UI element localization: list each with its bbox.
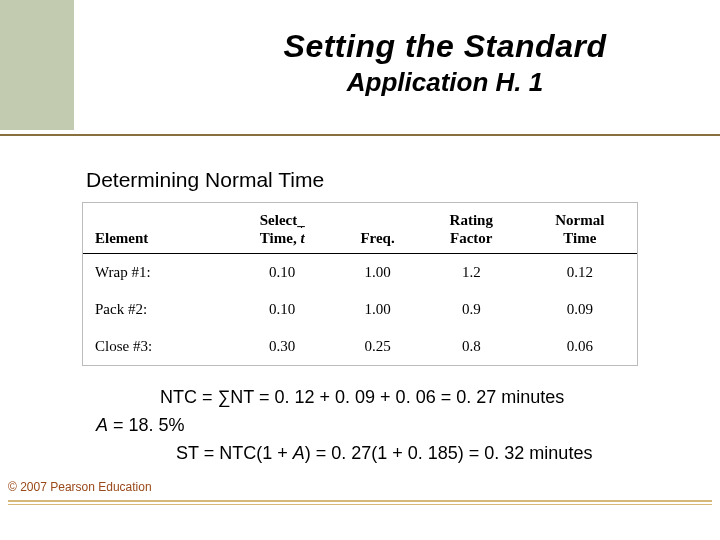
var-a-2: A <box>293 443 305 463</box>
slide-title: Setting the Standard <box>190 28 700 65</box>
copyright: © 2007 Pearson Education <box>8 480 152 494</box>
slide-subtitle: Application H. 1 <box>190 67 700 98</box>
col-select-time-l2a: Time, <box>260 230 301 246</box>
cell-element: Pack #2: <box>83 291 229 328</box>
col-select-time-l1: Select_ <box>260 212 305 228</box>
equation-st-prefix: ST = NTC(1 + <box>176 443 293 463</box>
col-rating-l2: Factor <box>450 230 492 246</box>
equation-st: ST = NTC(1 + A) = 0. 27(1 + 0. 185) = 0.… <box>176 440 592 468</box>
var-a: A <box>96 415 108 435</box>
equations-block: NTC = ∑NT = 0. 12 + 0. 09 + 0. 06 = 0. 2… <box>96 384 592 468</box>
cell-element: Wrap #1: <box>83 254 229 291</box>
col-element: Element <box>83 203 229 254</box>
cell-rating: 0.8 <box>420 328 523 365</box>
col-normal: Normal Time <box>523 203 637 254</box>
col-normal-l2: Time <box>563 230 596 246</box>
cell-normal: 0.09 <box>523 291 637 328</box>
cell-element: Close #3: <box>83 328 229 365</box>
col-freq: Freq. <box>335 203 420 254</box>
corner-accent <box>0 0 74 130</box>
divider-top <box>0 134 720 136</box>
col-rating: Rating Factor <box>420 203 523 254</box>
section-heading: Determining Normal Time <box>86 168 324 192</box>
cell-select-time: 0.10 <box>229 254 335 291</box>
equation-st-rest: ) = 0. 27(1 + 0. 185) = 0. 32 minutes <box>305 443 593 463</box>
cell-normal: 0.12 <box>523 254 637 291</box>
cell-freq: 1.00 <box>335 291 420 328</box>
cell-freq: 1.00 <box>335 254 420 291</box>
title-block: Setting the Standard Application H. 1 <box>190 28 700 98</box>
t-bar-icon: t <box>300 229 304 247</box>
table-row: Pack #2: 0.10 1.00 0.9 0.09 <box>83 291 637 328</box>
table-row: Wrap #1: 0.10 1.00 1.2 0.12 <box>83 254 637 291</box>
slide: Setting the Standard Application H. 1 De… <box>0 0 720 540</box>
cell-select-time: 0.30 <box>229 328 335 365</box>
equation-a-rest: = 18. 5% <box>108 415 185 435</box>
divider-bottom-2 <box>8 504 712 505</box>
table-header-row: Element Select_ Time, t Freq. Rating Fac… <box>83 203 637 254</box>
cell-normal: 0.06 <box>523 328 637 365</box>
col-select-time: Select_ Time, t <box>229 203 335 254</box>
cell-freq: 0.25 <box>335 328 420 365</box>
cell-rating: 0.9 <box>420 291 523 328</box>
cell-select-time: 0.10 <box>229 291 335 328</box>
equation-a: A = 18. 5% <box>96 412 592 440</box>
table: Element Select_ Time, t Freq. Rating Fac… <box>83 203 637 365</box>
equation-ntc: NTC = ∑NT = 0. 12 + 0. 09 + 0. 06 = 0. 2… <box>160 384 592 412</box>
col-rating-l1: Rating <box>450 212 493 228</box>
cell-rating: 1.2 <box>420 254 523 291</box>
col-normal-l1: Normal <box>555 212 604 228</box>
table-row: Close #3: 0.30 0.25 0.8 0.06 <box>83 328 637 365</box>
divider-bottom-1 <box>8 500 712 502</box>
normal-time-table: Element Select_ Time, t Freq. Rating Fac… <box>82 202 638 366</box>
